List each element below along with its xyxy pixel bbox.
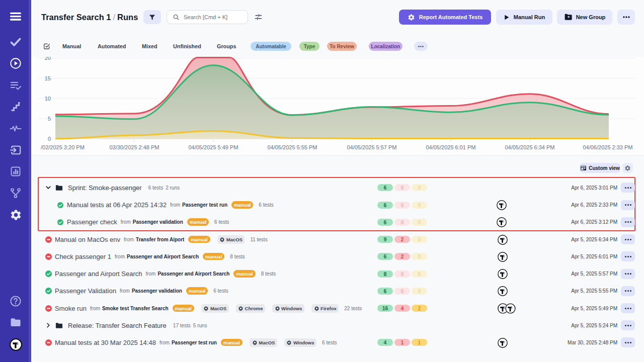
svg-text:04/05/2025 5:49 PM: 04/05/2025 5:49 PM: [188, 144, 238, 150]
svg-text:/02/2025 3:20 PM: /02/2025 3:20 PM: [41, 144, 85, 150]
svg-text:03/30/2025 2:48 PM: 03/30/2025 2:48 PM: [109, 144, 159, 150]
svg-text:04/06/2025 2:33 PM: 04/06/2025 2:33 PM: [583, 144, 632, 150]
svg-text:04/05/2025 6:01 PM: 04/05/2025 6:01 PM: [426, 144, 475, 150]
svg-text:5: 5: [48, 116, 51, 122]
svg-text:04/05/2025 5:55 PM: 04/05/2025 5:55 PM: [267, 144, 317, 150]
svg-text:15: 15: [45, 75, 51, 81]
svg-text:04/05/2025 5:57 PM: 04/05/2025 5:57 PM: [347, 144, 396, 150]
svg-text:04/05/2025 6:34 PM: 04/05/2025 6:34 PM: [505, 144, 554, 150]
svg-text:0: 0: [48, 136, 51, 142]
svg-text:10: 10: [45, 96, 51, 102]
